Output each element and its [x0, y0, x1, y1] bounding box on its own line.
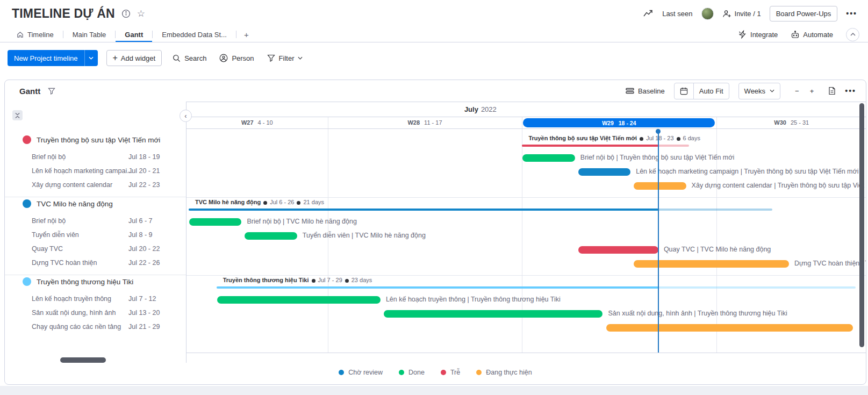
task-bar-label: Brief nội bộ | TVC Milo hè năng động [247, 218, 357, 225]
task-bar[interactable] [384, 310, 603, 318]
task-bar[interactable] [634, 260, 789, 268]
week-range: 18 - 24 [619, 120, 636, 126]
widget-filter-icon[interactable] [48, 88, 55, 95]
gantt-body: Truyền thông bộ sưu tập Việt Tiến mớiBri… [5, 102, 866, 363]
info-icon[interactable] [121, 9, 131, 18]
plus-icon: + [113, 53, 118, 63]
group-color-dot [23, 277, 31, 286]
board-toolbar: New Project timeline + Add widget Search… [0, 48, 868, 68]
task-bar[interactable] [245, 232, 297, 240]
task-bar[interactable] [189, 218, 241, 226]
task-bar-label: Lên kế hoạch marketing campaign | Truyền… [636, 168, 858, 175]
task-name: Brief nội bộ [32, 217, 66, 225]
group-row[interactable]: TVC Milo hè năng động [5, 199, 186, 208]
tab-main-table[interactable]: Main Table [63, 27, 116, 42]
group-divider [5, 275, 186, 275]
task-bar[interactable] [606, 324, 853, 332]
zoom-out-button[interactable]: − [790, 83, 805, 99]
task-name: Quay TVC [32, 245, 63, 253]
task-dates: Jul 22 - 23 [128, 181, 160, 189]
integrate-button[interactable]: Integrate [738, 30, 778, 39]
baseline-button[interactable]: Baseline [626, 87, 665, 95]
legend-dot [339, 370, 344, 375]
month-label: July2022 [464, 105, 497, 113]
task-bar-label: Tuyển diễn viên | TVC Milo hè năng động [303, 232, 426, 239]
export-icon[interactable] [828, 87, 836, 95]
zoom-in-button[interactable]: + [805, 83, 820, 99]
week-label: W274 - 10 [241, 119, 273, 126]
group-summary-label: Truyền thông thương hiệu TikiJul 7 - 292… [223, 277, 372, 283]
task-bar-label: Lên kế hoạch truyền thông | Truyền thông… [386, 296, 561, 303]
group-summary-bar[interactable] [189, 209, 772, 211]
activity-icon[interactable] [643, 10, 654, 17]
automate-robot-icon [791, 31, 800, 39]
filter-button[interactable]: Filter [265, 54, 305, 62]
vertical-scrollbar[interactable] [859, 103, 864, 347]
group-color-dot [23, 199, 31, 208]
autofit-button[interactable]: Auto Fit [694, 83, 729, 99]
month-header-row: July2022 [186, 102, 866, 117]
star-icon[interactable]: ☆ [137, 8, 145, 19]
today-line [658, 131, 659, 353]
task-name: Chạy quảng cáo các nền tảng [32, 323, 121, 331]
tab-gantt[interactable]: Gantt [116, 27, 152, 42]
view-tabs-bar: TimelineMain TableGanttEmbedded Data St.… [0, 27, 868, 42]
task-name: Brief nội bộ [32, 153, 66, 161]
horizontal-scrollbar[interactable] [60, 357, 106, 363]
tab-timeline[interactable]: Timeline [8, 27, 63, 42]
legend-item: Trễ [441, 369, 460, 376]
avatar[interactable] [701, 8, 714, 20]
search-button[interactable]: Search [170, 54, 209, 62]
board-menu-icon[interactable]: ••• [846, 9, 857, 18]
task-bar[interactable] [578, 168, 630, 176]
today-marker-dot [656, 129, 661, 134]
task-dates: Jul 20 - 22 [128, 245, 160, 253]
collapse-panel-button[interactable]: ‹ [180, 110, 192, 122]
last-seen-label: Last seen [662, 10, 692, 18]
week-gridline [716, 129, 717, 353]
collapse-all-groups-icon[interactable] [12, 110, 23, 120]
week-header-row: W274 - 10W2811 - 17W2918 - 24W3025 - 31 [186, 117, 866, 129]
task-name: Lên kế hoạch truyền thông [32, 295, 111, 303]
person-filter-button[interactable]: Person [217, 54, 256, 62]
zoom-select[interactable]: Weeks [738, 83, 781, 99]
group-summary-bar[interactable] [217, 286, 856, 289]
legend-item: Done [399, 369, 425, 376]
automate-button[interactable]: Automate [791, 31, 833, 39]
task-dates: Jul 18 - 19 [128, 153, 160, 161]
invite-button[interactable]: Invite / 1 [722, 10, 761, 18]
group-summary-label: Truyền thông bộ sưu tập Việt Tiến mớiJul… [528, 135, 700, 141]
board-powerups-button[interactable]: Board Power-Ups [770, 6, 838, 21]
legend-item: Chờ review [339, 369, 383, 376]
legend-label: Done [408, 369, 425, 376]
autofit-group: Auto Fit [674, 83, 729, 99]
group-summary-bar[interactable] [522, 145, 688, 147]
status-legend: Chờ reviewDoneTrễĐang thực hiện [5, 369, 866, 376]
week-label: W3025 - 31 [774, 119, 809, 126]
task-bar[interactable] [217, 296, 381, 304]
collapse-header-button[interactable] [846, 28, 859, 41]
zoom-level-value: Weeks [744, 87, 766, 95]
task-bar[interactable] [634, 182, 686, 190]
legend-label: Đang thực hiện [486, 369, 532, 376]
calendar-today-button[interactable] [675, 83, 693, 99]
new-item-split-button[interactable]: New Project timeline [8, 50, 98, 66]
new-item-chevron-icon[interactable] [84, 50, 98, 66]
task-bar[interactable] [578, 246, 658, 254]
invite-person-icon [722, 10, 731, 18]
add-view-button[interactable]: + [236, 27, 256, 42]
task-bar-label: Xây dựng content calendar | Truyền thông… [692, 182, 866, 189]
group-row[interactable]: Truyền thông bộ sưu tập Việt Tiến mới [5, 135, 186, 144]
group-row[interactable]: Truyền thông thương hiệu Tiki [5, 277, 186, 286]
add-widget-button[interactable]: + Add widget [106, 50, 162, 66]
legend-dot [399, 370, 404, 375]
task-dates: Jul 21 - 29 [128, 323, 160, 331]
gantt-left-panel: Truyền thông bộ sưu tập Việt Tiến mớiBri… [5, 102, 186, 363]
task-bar[interactable] [522, 154, 575, 162]
tab-embedded-data-st[interactable]: Embedded Data St... [153, 27, 236, 42]
group-summary-progress [522, 145, 658, 147]
widget-menu-icon[interactable]: ••• [845, 87, 856, 95]
current-week-pill[interactable]: W2918 - 24 [523, 118, 715, 127]
task-dates: Jul 8 - 9 [128, 231, 152, 239]
widget-title: Gantt [19, 87, 40, 96]
